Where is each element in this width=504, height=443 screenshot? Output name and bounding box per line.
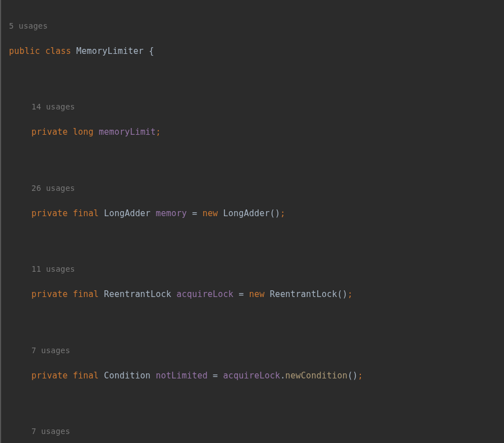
usages-hint[interactable]: 14 usages: [9, 101, 504, 113]
open-brace: {: [149, 46, 154, 56]
keyword: new: [203, 208, 218, 218]
keyword: new: [249, 289, 265, 299]
field-declaration: private final ReentrantLock acquireLock …: [9, 288, 504, 301]
field-declaration: private final Condition notLimited = acq…: [9, 369, 504, 382]
usages-hint[interactable]: 5 usages: [9, 20, 504, 33]
field-name: memory: [156, 208, 187, 218]
semicolon: ;: [347, 289, 352, 299]
field-name: acquireLock: [176, 289, 233, 299]
keyword: private: [31, 289, 68, 299]
usages-text: 11 usages: [31, 264, 75, 273]
usages-text: 7 usages: [31, 427, 70, 436]
operator: =: [233, 289, 249, 299]
keyword: private: [31, 127, 68, 137]
usages-text: 5 usages: [9, 21, 48, 30]
usages-hint[interactable]: 11 usages: [9, 263, 504, 276]
keyword: long: [73, 127, 94, 137]
blank-line: [9, 151, 504, 169]
usages-text: 7 usages: [31, 346, 70, 355]
usages-hint[interactable]: 7 usages: [9, 344, 504, 357]
keyword: final: [73, 371, 99, 381]
keyword: private: [31, 371, 68, 381]
semicolon: ;: [358, 371, 363, 381]
operator: =: [208, 371, 223, 381]
parens: (): [347, 371, 358, 381]
keyword-public: public: [9, 46, 40, 56]
keyword-class: class: [45, 46, 71, 56]
usages-hint[interactable]: 7 usages: [9, 425, 504, 438]
usages-hint[interactable]: 26 usages: [9, 182, 504, 195]
usages-text: 26 usages: [31, 184, 75, 193]
ctor: ReentrantLock: [270, 289, 337, 299]
punct: ;: [156, 127, 161, 137]
type-name: Condition: [104, 371, 150, 381]
operator: =: [187, 208, 203, 218]
keyword: final: [73, 208, 99, 218]
field-name: memoryLimit: [99, 127, 156, 137]
blank-line: [9, 232, 504, 250]
usages-text: 14 usages: [31, 102, 75, 111]
field-declaration: private long memoryLimit;: [9, 126, 504, 139]
code-editor[interactable]: 5 usages public class MemoryLimiter { 14…: [9, 7, 504, 443]
method-call: newCondition: [285, 371, 347, 381]
field-name: notLimited: [156, 371, 208, 381]
keyword: final: [73, 289, 99, 299]
field-declaration: private final LongAdder memory = new Lon…: [9, 207, 504, 220]
dot: .: [280, 371, 285, 381]
type-name: LongAdder: [104, 208, 150, 218]
parens: (): [270, 208, 280, 218]
field-ref: acquireLock: [223, 371, 281, 381]
blank-line: [9, 70, 504, 88]
type-name: ReentrantLock: [104, 289, 171, 299]
class-declaration: public class MemoryLimiter {: [9, 45, 504, 58]
semicolon: ;: [280, 208, 285, 218]
blank-line: [9, 395, 504, 413]
blank-line: [9, 313, 504, 331]
parens: (): [337, 289, 347, 299]
ctor: LongAdder: [223, 208, 270, 218]
class-name: MemoryLimiter: [76, 46, 144, 56]
keyword: private: [31, 208, 68, 218]
